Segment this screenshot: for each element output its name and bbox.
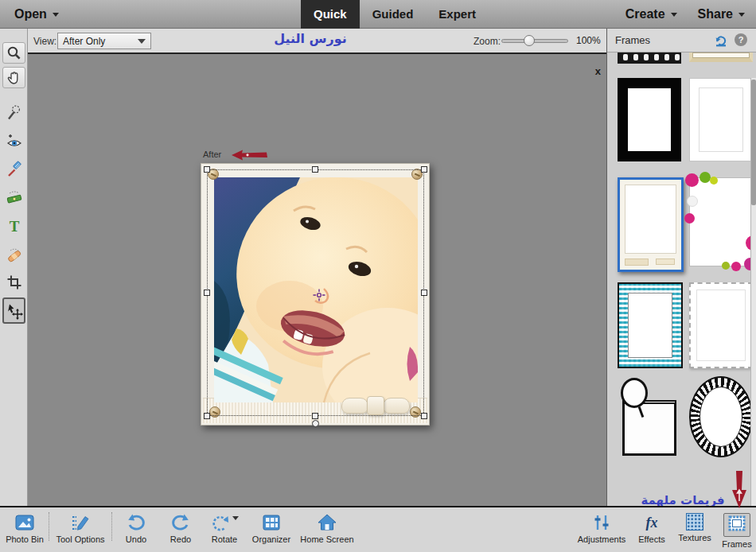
chevron-down-icon <box>232 516 239 520</box>
mode-tabs: Quick Guided Expert <box>301 0 489 29</box>
organizer-icon <box>261 513 282 532</box>
zoom-slider-track <box>501 39 568 43</box>
hand-tool-button[interactable] <box>2 67 25 88</box>
task-bar: Photo Bin Tool Options Undo <box>0 506 756 552</box>
top-menu-bar: Open Quick Guided Expert Create Share <box>0 0 756 29</box>
toothbrush-icon <box>6 161 23 178</box>
quick-selection-tool-button[interactable] <box>2 102 25 123</box>
spot-healing-brush-tool-button[interactable] <box>2 243 25 265</box>
selection-handle[interactable] <box>421 290 427 296</box>
frame-thumb-gingham[interactable] <box>618 282 683 368</box>
selection-handle[interactable] <box>421 166 427 173</box>
open-label: Open <box>14 7 47 21</box>
frames-list: فريمات ملهمة <box>607 52 756 506</box>
taskbar-separator <box>111 512 112 541</box>
chevron-down-icon <box>138 39 146 44</box>
rotation-handle[interactable] <box>312 420 319 427</box>
reference-point-icon <box>313 289 325 301</box>
zoom-slider-handle[interactable] <box>524 35 535 46</box>
tab-quick[interactable]: Quick <box>301 0 360 29</box>
photo-document[interactable] <box>201 163 430 426</box>
view-options-bar: View: After Only نورس النيل Zoom: 100% <box>0 29 606 54</box>
photo-bin-icon <box>14 513 35 532</box>
bandage-icon <box>6 246 23 263</box>
type-tool-button[interactable]: T <box>2 215 25 236</box>
tool-options-button[interactable]: Tool Options <box>50 509 111 544</box>
home-icon <box>317 513 337 532</box>
adjustments-icon <box>591 513 612 532</box>
organizer-button[interactable]: Organizer <box>247 509 296 544</box>
magnifier-icon <box>6 45 22 61</box>
textures-icon <box>686 513 703 531</box>
level-icon <box>6 189 23 206</box>
home-screen-button[interactable]: Home Screen <box>296 509 358 544</box>
help-icon[interactable]: ? <box>735 33 747 46</box>
red-arrow-left-annotation-icon <box>232 150 268 161</box>
frames-button-selection-box <box>723 513 750 537</box>
frame-thumb-antique[interactable] <box>689 52 753 62</box>
selection-handle[interactable] <box>204 166 210 173</box>
tab-expert[interactable]: Expert <box>426 0 489 29</box>
reset-panel-icon[interactable] <box>714 33 728 48</box>
frame-thumb-taped-craft-selected[interactable] <box>618 177 684 272</box>
effects-icon: fx <box>646 513 658 532</box>
move-tool-button[interactable] <box>2 297 25 324</box>
chevron-down-icon <box>671 13 677 17</box>
straighten-tool-button[interactable] <box>2 186 25 208</box>
frames-button[interactable]: Frames <box>718 509 756 549</box>
red-arrow-down-annotation-icon <box>730 471 749 509</box>
taskbar-separator <box>49 512 49 541</box>
red-eye-icon <box>6 133 23 150</box>
frame-thumb-postage-stamp[interactable] <box>689 282 753 368</box>
frames-panel: Frames ? <box>606 29 756 506</box>
frame-thumb-black-border[interactable] <box>618 78 681 161</box>
chevron-down-icon <box>738 13 745 17</box>
chevron-down-icon <box>53 13 59 17</box>
textures-button[interactable]: Textures <box>672 509 718 549</box>
frames-icon <box>727 515 746 532</box>
crop-tool-button[interactable] <box>2 271 25 293</box>
photoshop-elements-window: Open Quick Guided Expert Create Share Vi… <box>0 0 756 552</box>
photo-bin-button[interactable]: Photo Bin <box>2 509 48 544</box>
zoom-slider[interactable] <box>501 38 568 45</box>
frames-caption: فريمات ملهمة <box>623 493 742 506</box>
image-canvas[interactable]: x After <box>28 54 606 506</box>
zoom-value: 100% <box>576 35 601 46</box>
frame-thumb-flower[interactable] <box>689 177 754 266</box>
whiten-teeth-tool-button[interactable] <box>2 158 25 180</box>
rotate-button[interactable]: Rotate <box>202 509 247 544</box>
panel-scrollbar-thumb[interactable] <box>751 80 756 205</box>
zoom-tool-button[interactable] <box>2 42 25 64</box>
open-button[interactable]: Open <box>14 0 59 29</box>
frame-thumb-magnifier[interactable] <box>618 376 683 460</box>
selection-handle[interactable] <box>312 413 318 419</box>
after-label: After <box>203 150 221 159</box>
redo-button[interactable]: Redo <box>159 509 202 544</box>
selection-handle[interactable] <box>421 413 427 419</box>
effects-button[interactable]: fx Effects <box>632 509 672 549</box>
selection-handle[interactable] <box>204 413 210 419</box>
quick-selection-icon <box>6 104 23 122</box>
share-button[interactable]: Share <box>698 7 745 21</box>
close-image-button[interactable]: x <box>595 65 601 77</box>
rotate-icon <box>210 513 231 532</box>
adjustments-button[interactable]: Adjustments <box>571 509 632 549</box>
frame-thumb-white-matte[interactable] <box>689 78 753 161</box>
move-icon <box>6 302 23 320</box>
tool-options-icon <box>70 513 91 532</box>
tab-guided[interactable]: Guided <box>360 0 427 29</box>
view-dropdown-value: After Only <box>63 36 105 47</box>
selection-handle[interactable] <box>312 166 318 173</box>
frame-thumb-filmstrip[interactable] <box>618 52 681 64</box>
view-dropdown[interactable]: After Only <box>57 33 151 49</box>
create-button[interactable]: Create <box>625 7 677 21</box>
frames-panel-title: Frames <box>615 34 650 46</box>
frames-panel-header: Frames ? <box>607 29 756 52</box>
selection-handle[interactable] <box>204 290 210 296</box>
frame-thumb-scalloped-oval[interactable] <box>689 376 753 457</box>
crop-icon <box>6 274 22 290</box>
view-label: View: <box>33 36 57 47</box>
undo-icon <box>126 513 146 532</box>
red-eye-removal-tool-button[interactable] <box>2 130 25 152</box>
undo-button[interactable]: Undo <box>113 509 159 544</box>
